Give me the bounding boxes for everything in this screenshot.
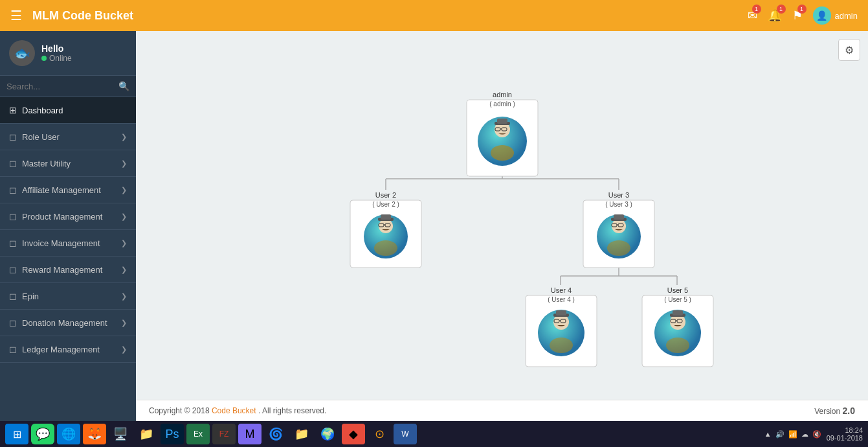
taskbar-app-mail[interactable]: M bbox=[238, 424, 262, 444]
org-node-user4[interactable]: User 4 ( User 4 ) bbox=[526, 286, 597, 367]
taskbar-app-folder[interactable]: 📁 bbox=[135, 424, 158, 444]
notifications-button[interactable]: 🔔 1 bbox=[768, 8, 782, 23]
affiliate-icon: ◻ bbox=[9, 185, 17, 195]
taskbar-apps: ⊞ 💬 🌐 🦊 🖥️ 📁 Ps Ex FZ M 🌀 📁 🌍 ◆ ⊙ W bbox=[5, 424, 417, 444]
notifications-badge: 1 bbox=[777, 5, 786, 14]
taskbar-app-whatsapp[interactable]: 💬 bbox=[31, 424, 54, 444]
flags-badge: 1 bbox=[797, 5, 807, 14]
svg-point-29 bbox=[374, 240, 397, 256]
sidebar-search[interactable]: 🔍 bbox=[0, 76, 136, 97]
taskbar-app-folder2[interactable]: 📁 bbox=[290, 424, 313, 444]
sidebar-avatar: 🐟 bbox=[9, 40, 35, 66]
taskbar-time: 18:24 09-01-2018 bbox=[827, 426, 863, 442]
taskbar-app-ie[interactable]: 🌐 bbox=[57, 424, 80, 444]
sidebar-item-label: Donation Management bbox=[22, 318, 107, 328]
org-chart-container: ⚙ admin ( admin ) bbox=[136, 31, 868, 400]
dashboard-icon: ⊞ bbox=[9, 105, 17, 115]
taskbar-app-red[interactable]: ◆ bbox=[342, 424, 365, 444]
navbar: ☰ MLM Code Bucket ✉ 1 🔔 1 ⚑ 1 👤 admin bbox=[0, 0, 868, 31]
clock: 18:24 bbox=[827, 426, 863, 434]
taskbar-app-chrome[interactable]: 🌀 bbox=[264, 424, 287, 444]
sidebar-item-role-user[interactable]: ◻ Role User ❯ bbox=[0, 124, 136, 150]
svg-rect-18 bbox=[497, 119, 507, 124]
org-node-user5[interactable]: User 5 ( User 5 ) bbox=[642, 286, 713, 367]
user-avatar: 👤 bbox=[813, 6, 831, 25]
chevron-right-icon: ❯ bbox=[121, 212, 127, 221]
chevron-right-icon: ❯ bbox=[121, 345, 127, 354]
taskbar-mute-icon: 🔇 bbox=[812, 430, 821, 439]
epin-icon: ◻ bbox=[9, 291, 17, 301]
sidebar-status: Online bbox=[41, 54, 72, 63]
donation-icon: ◻ bbox=[9, 317, 17, 328]
navbar-right: ✉ 1 🔔 1 ⚑ 1 👤 admin bbox=[748, 6, 858, 25]
chevron-right-icon: ❯ bbox=[121, 292, 127, 301]
org-node-user2[interactable]: User 2 ( User 2 ) bbox=[350, 191, 421, 268]
flags-button[interactable]: ⚑ 1 bbox=[792, 8, 803, 23]
online-indicator bbox=[41, 56, 47, 61]
sidebar-item-label: Affiliate Management bbox=[22, 185, 101, 195]
sidebar-user-info: Hello Online bbox=[41, 43, 72, 63]
sidebar-item-label: Invoice Management bbox=[22, 238, 100, 248]
chevron-right-icon: ❯ bbox=[121, 239, 127, 247]
svg-text:User 3: User 3 bbox=[608, 191, 629, 199]
svg-text:( User 5 ): ( User 5 ) bbox=[664, 296, 691, 303]
sidebar-item-dashboard[interactable]: ⊞ Dashboard bbox=[0, 97, 136, 124]
navbar-left: ☰ MLM Code Bucket bbox=[10, 8, 133, 23]
chevron-right-icon: ❯ bbox=[121, 186, 127, 194]
sidebar-item-label: Dashboard bbox=[22, 106, 63, 115]
app-brand: MLM Code Bucket bbox=[32, 9, 133, 23]
taskbar-caret-icon: ▲ bbox=[764, 430, 772, 438]
sidebar-item-label: Product Management bbox=[22, 212, 102, 222]
sidebar-item-donation-management[interactable]: ◻ Donation Management ❯ bbox=[0, 310, 136, 336]
sidebar-item-master-utility[interactable]: ◻ Master Utility ❯ bbox=[0, 150, 136, 177]
gear-button[interactable]: ⚙ bbox=[838, 39, 860, 61]
taskbar-app-windows[interactable]: ⊞ bbox=[5, 424, 28, 444]
footer-version: Version 2.0 bbox=[814, 406, 855, 416]
chevron-right-icon: ❯ bbox=[121, 319, 127, 327]
sidebar-item-label: Role User bbox=[22, 132, 60, 142]
messages-badge: 1 bbox=[752, 5, 761, 14]
taskbar-app-word[interactable]: W bbox=[394, 424, 417, 444]
taskbar-app-excel[interactable]: Ex bbox=[186, 424, 210, 444]
sidebar-item-invoice-management[interactable]: ◻ Invoice Management ❯ bbox=[0, 230, 136, 257]
messages-button[interactable]: ✉ 1 bbox=[748, 8, 757, 23]
sidebar-item-product-management[interactable]: ◻ Product Management ❯ bbox=[0, 203, 136, 230]
svg-point-13 bbox=[491, 145, 514, 161]
sidebar: 🐟 Hello Online 🔍 ⊞ Dashboard bbox=[0, 31, 136, 421]
user-menu[interactable]: 👤 admin bbox=[813, 6, 858, 25]
svg-text:( User 4 ): ( User 4 ) bbox=[548, 296, 575, 303]
svg-text:User 2: User 2 bbox=[375, 191, 395, 199]
sidebar-item-reward-management[interactable]: ◻ Reward Management ❯ bbox=[0, 257, 136, 283]
taskbar-app-firefox[interactable]: 🦊 bbox=[83, 424, 106, 444]
sidebar-item-label: Epin bbox=[22, 292, 39, 301]
taskbar-app-earth[interactable]: 🌍 bbox=[316, 424, 339, 444]
hamburger-icon[interactable]: ☰ bbox=[10, 8, 22, 23]
svg-text:User 5: User 5 bbox=[667, 286, 687, 294]
sidebar-item-epin[interactable]: ◻ Epin ❯ bbox=[0, 283, 136, 310]
footer: Copyright © 2018 Code Bucket . All right… bbox=[136, 400, 868, 421]
search-input[interactable] bbox=[6, 82, 118, 91]
reward-icon: ◻ bbox=[9, 264, 17, 275]
taskbar-right: ▲ 🔊 📶 ☁ 🔇 18:24 09-01-2018 bbox=[764, 426, 863, 442]
sidebar-item-ledger-management[interactable]: ◻ Ledger Management ❯ bbox=[0, 336, 136, 363]
sidebar-nav: ⊞ Dashboard ◻ Role User ❯ ◻ Master Utili… bbox=[0, 97, 136, 421]
svg-text:( User 3 ): ( User 3 ) bbox=[605, 201, 632, 208]
sidebar-item-label: Master Utility bbox=[22, 159, 71, 168]
content-area: ⚙ admin ( admin ) bbox=[136, 31, 868, 421]
chevron-right-icon: ❯ bbox=[121, 133, 127, 141]
taskbar: ⊞ 💬 🌐 🦊 🖥️ 📁 Ps Ex FZ M 🌀 📁 🌍 ◆ ⊙ W ▲ 🔊 … bbox=[0, 421, 868, 447]
footer-brand-link[interactable]: Code Bucket bbox=[212, 406, 256, 415]
sidebar-item-affiliate-management[interactable]: ◻ Affiliate Management ❯ bbox=[0, 177, 136, 203]
taskbar-app-photoshop[interactable]: Ps bbox=[161, 424, 184, 444]
org-node-user3[interactable]: User 3 ( User 3 ) bbox=[583, 191, 654, 268]
taskbar-app-explorer[interactable]: 🖥️ bbox=[109, 424, 132, 444]
svg-point-40 bbox=[607, 240, 630, 256]
org-node-admin[interactable]: admin ( admin ) bbox=[467, 91, 538, 176]
taskbar-app-filezilla[interactable]: FZ bbox=[212, 424, 236, 444]
taskbar-app-remote[interactable]: ⊙ bbox=[368, 424, 391, 444]
status-label: Online bbox=[49, 54, 72, 63]
footer-copyright: Copyright © 2018 Code Bucket . All right… bbox=[149, 406, 326, 415]
chevron-right-icon: ❯ bbox=[121, 266, 127, 274]
search-icon[interactable]: 🔍 bbox=[118, 81, 129, 91]
product-icon: ◻ bbox=[9, 211, 17, 222]
